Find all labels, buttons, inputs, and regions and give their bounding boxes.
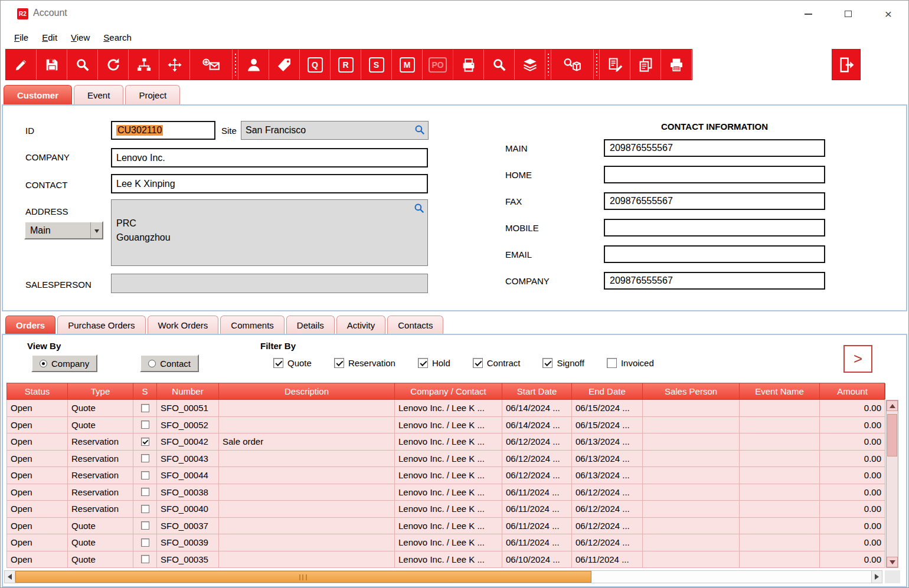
address-type-dropdown[interactable]: Main [24, 221, 103, 239]
edit-document-icon[interactable] [600, 50, 630, 80]
scroll-right-button[interactable] [871, 571, 882, 583]
save-icon[interactable] [37, 50, 67, 80]
expand-icon[interactable] [159, 50, 190, 80]
tab-orders[interactable]: Orders [5, 316, 55, 334]
org-chart-icon[interactable] [129, 50, 159, 80]
contact-info-field-mobile[interactable] [604, 219, 825, 236]
signoff-icon[interactable]: S [361, 50, 392, 80]
tab-work-orders[interactable]: Work Orders [148, 316, 219, 334]
minimize-button[interactable] [788, 1, 828, 27]
vertical-scroll-thumb[interactable] [887, 414, 897, 456]
horizontal-scroll-track[interactable] [591, 571, 871, 583]
memo-icon[interactable]: M [392, 50, 423, 80]
row-select-checkbox[interactable] [141, 538, 149, 547]
table-row[interactable]: OpenReservationSFO_00040Lenovo Inc. / Le… [7, 501, 885, 518]
site-field[interactable]: San Francisco [241, 121, 429, 140]
next-panel-button[interactable]: > [843, 345, 872, 373]
contact-info-field-fax[interactable]: 209876555567 [604, 192, 825, 210]
quote-icon[interactable]: Q [300, 50, 331, 80]
menu-item-edit[interactable]: Edit [36, 30, 63, 45]
view-by-company[interactable]: Company [31, 354, 97, 372]
menu-item-search[interactable]: Search [97, 30, 138, 45]
scroll-up-button[interactable] [887, 400, 898, 411]
tab-purchase-orders[interactable]: Purchase Orders [57, 316, 145, 334]
clear-eraser-icon[interactable] [6, 50, 37, 80]
column-header-start-date[interactable]: Start Date [502, 383, 572, 399]
close-button[interactable]: × [868, 1, 908, 27]
table-row[interactable]: OpenQuoteSFO_00039Lenovo Inc. / Lee K ..… [7, 534, 885, 551]
maximize-button[interactable] [828, 1, 868, 27]
fax-machine-icon[interactable] [453, 50, 484, 80]
company-input[interactable]: Lenovo Inc. [111, 148, 428, 167]
column-header-status[interactable]: Status [7, 383, 68, 399]
id-input[interactable]: CU302110 [111, 121, 215, 140]
add-email-icon[interactable] [190, 50, 233, 80]
contact-info-field-main[interactable]: 209876555567 [604, 139, 825, 157]
column-header-event-name[interactable]: Event Name [740, 383, 820, 399]
tab-customer[interactable]: Customer [4, 85, 72, 104]
chevron-down-icon[interactable] [90, 222, 102, 238]
tab-project[interactable]: Project [125, 85, 180, 104]
copy-icon[interactable] [630, 50, 661, 80]
column-header-s[interactable]: S [133, 383, 157, 399]
column-header-type[interactable]: Type [68, 383, 133, 399]
horizontal-scrollbar[interactable] [4, 570, 882, 583]
filter-signoff[interactable]: Signoff [542, 358, 584, 368]
tag-icon[interactable] [269, 50, 300, 80]
tab-comments[interactable]: Comments [220, 316, 285, 334]
tab-contacts[interactable]: Contacts [387, 316, 443, 334]
row-select-checkbox[interactable] [141, 471, 149, 479]
scroll-left-button[interactable] [5, 571, 15, 583]
filter-quote[interactable]: Quote [273, 358, 312, 368]
view-by-contact[interactable]: Contact [140, 354, 199, 372]
tab-details[interactable]: Details [286, 316, 335, 334]
menu-item-view[interactable]: View [65, 30, 96, 45]
search-item-icon[interactable] [551, 50, 594, 80]
table-row[interactable]: OpenReservationSFO_00043Lenovo Inc. / Le… [7, 451, 885, 468]
print-icon[interactable] [661, 50, 692, 80]
column-header-end-date[interactable]: End Date [572, 383, 643, 399]
search-orders-icon[interactable] [484, 50, 515, 80]
contact-person-icon[interactable] [238, 50, 269, 80]
row-select-checkbox[interactable] [141, 488, 149, 496]
reservation-icon[interactable]: R [331, 50, 361, 80]
column-header-company-contact[interactable]: Company / Contact [395, 383, 502, 399]
column-header-description[interactable]: Description [219, 383, 395, 399]
address-field[interactable]: PRC Gouangzhou [111, 199, 428, 266]
filter-hold[interactable]: Hold [418, 358, 450, 368]
table-row[interactable]: OpenReservationSFO_00038Lenovo Inc. / Le… [7, 484, 885, 501]
row-select-checkbox[interactable] [141, 421, 149, 429]
horizontal-scroll-thumb[interactable] [15, 571, 591, 583]
table-row[interactable]: OpenQuoteSFO_00052Lenovo Inc. / Lee K ..… [7, 417, 885, 434]
table-row[interactable]: OpenQuoteSFO_00035Lenovo Inc. / Lee K ..… [7, 551, 885, 569]
row-select-checkbox[interactable] [141, 404, 149, 412]
tab-activity[interactable]: Activity [336, 316, 386, 334]
refresh-icon[interactable] [98, 50, 129, 80]
tab-event[interactable]: Event [74, 85, 123, 104]
table-row[interactable]: OpenQuoteSFO_00051Lenovo Inc. / Lee K ..… [7, 400, 885, 417]
menu-item-file[interactable]: File [8, 30, 34, 45]
address-search-icon[interactable] [414, 203, 425, 214]
column-header-sales-person[interactable]: Sales Person [643, 383, 740, 399]
vertical-scrollbar[interactable] [886, 400, 898, 568]
contact-info-field-home[interactable] [604, 166, 825, 183]
column-header-amount[interactable]: Amount [820, 383, 885, 399]
filter-contract[interactable]: Contract [473, 358, 521, 368]
search-icon[interactable] [67, 50, 98, 80]
contact-info-field-email[interactable] [604, 245, 825, 263]
table-row[interactable]: OpenQuoteSFO_00037Lenovo Inc. / Lee K ..… [7, 518, 885, 535]
scroll-down-button[interactable] [887, 557, 898, 567]
site-search-icon[interactable] [414, 124, 426, 136]
filter-reservation[interactable]: Reservation [334, 358, 395, 368]
purchase-order-icon[interactable]: PO [423, 50, 453, 80]
row-select-checkbox[interactable] [141, 555, 149, 563]
table-row[interactable]: OpenReservationSFO_00042Sale orderLenovo… [7, 433, 885, 451]
column-header-number[interactable]: Number [157, 383, 219, 399]
table-row[interactable]: OpenReservationSFO_00044Lenovo Inc. / Le… [7, 467, 885, 484]
filter-invoiced[interactable]: Invoiced [607, 358, 654, 368]
contact-input[interactable]: Lee K Xinping [111, 174, 428, 193]
row-select-checkbox[interactable] [141, 438, 149, 446]
exit-icon[interactable] [832, 49, 861, 80]
row-select-checkbox[interactable] [141, 505, 149, 513]
row-select-checkbox[interactable] [141, 521, 149, 530]
